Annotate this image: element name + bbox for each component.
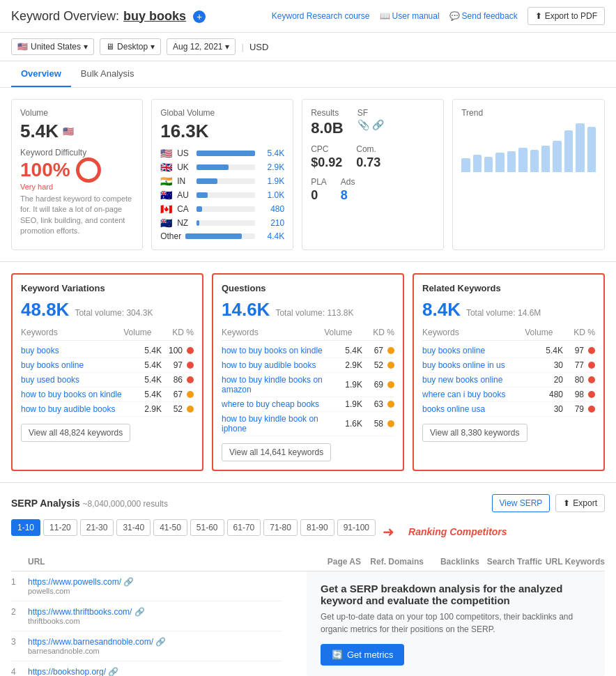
export-serp-button[interactable]: ⬆ Export: [555, 494, 605, 512]
serp-page-button[interactable]: 81-90: [300, 519, 334, 536]
country-code: NZ: [177, 218, 192, 228]
trend-bar: [541, 146, 550, 172]
sf-item: SF 📎 🔗: [357, 108, 384, 137]
q-count: 14.6K: [222, 299, 270, 321]
other-value: 4.4K: [259, 231, 284, 241]
serp-page-button[interactable]: 61-70: [227, 519, 261, 536]
serp-page-button[interactable]: 41-50: [153, 519, 187, 536]
table-row: buy books online in us 30 77: [422, 358, 595, 373]
device-filter[interactable]: 🖥 Desktop ▾: [100, 38, 161, 55]
export-pdf-button[interactable]: ⬆ Export to PDF: [528, 7, 605, 25]
kw-name[interactable]: how to buy books on kindle: [21, 390, 130, 399]
kw-name[interactable]: books online usa: [422, 404, 532, 414]
table-row: buy used books 5.4K 86: [21, 373, 194, 387]
serp-domain: powells.com: [28, 587, 282, 595]
global-volume-label: Global Volume: [160, 108, 284, 118]
kw-name[interactable]: how to buy kindle book on iphone: [222, 414, 331, 433]
kw-name[interactable]: how to buy books on kindle: [222, 346, 331, 355]
country-filter[interactable]: 🇺🇸 United States ▾: [11, 38, 94, 55]
country-code: US: [177, 148, 192, 158]
kw-volume: 30: [532, 404, 563, 414]
country-bar-container: [197, 220, 255, 226]
country-row: 🇨🇦 CA 480: [160, 203, 284, 215]
col-url: URL: [28, 557, 305, 567]
serp-url-link[interactable]: https://bookshop.org/ 🔗: [28, 667, 118, 676]
other-bar-container: [185, 233, 255, 239]
kw-volume: 5.4K: [130, 346, 162, 355]
kw-name[interactable]: buy books online: [422, 346, 532, 355]
q-view-all-button[interactable]: View all 14,641 keywords: [222, 443, 331, 461]
kw-name[interactable]: how to buy audible books: [21, 404, 130, 414]
country-list: 🇺🇸 US 5.4K 🇬🇧 UK 2.9K 🇮🇳 IN 1.9K 🇦🇺 AU 1…: [160, 148, 284, 229]
tab-overview[interactable]: Overview: [11, 61, 71, 87]
kd-dot: [187, 406, 194, 413]
serp-row-url: https://www.barnesandnoble.com/ 🔗 barnes…: [28, 637, 282, 655]
country-bar-container: [197, 192, 255, 198]
kw-name[interactable]: buy books: [21, 346, 130, 355]
serp-data-section: 1 https://www.powells.com/ 🔗 powells.com…: [11, 571, 605, 676]
table-row: buy books 5.4K 100: [21, 344, 194, 358]
serp-page-button[interactable]: 71-80: [263, 519, 298, 536]
country-flag: 🇬🇧: [160, 162, 173, 173]
kv-view-all-button[interactable]: View all 48,824 keywords: [21, 424, 130, 442]
serp-page-button[interactable]: 51-60: [190, 519, 224, 536]
trend-bar: [576, 123, 584, 172]
volume-kd-card: Volume 5.4K 🇺🇸 Keyword Difficulty 100% V…: [11, 99, 143, 250]
filter-divider: |: [241, 42, 243, 52]
kw-name[interactable]: where can i buy books: [422, 390, 532, 399]
kw-name[interactable]: how to buy audible books: [222, 360, 331, 370]
country-bar: [197, 192, 208, 198]
country-code: CA: [177, 204, 192, 214]
serp-url-link[interactable]: https://www.barnesandnoble.com/ 🔗: [28, 637, 166, 647]
table-row: buy books online 5.4K 97: [422, 344, 595, 358]
country-bar-container: [197, 151, 255, 156]
trend-bar: [473, 155, 482, 172]
serp-header: SERP Analysis ~8,040,000,000 results Vie…: [11, 494, 605, 512]
kd-dot: [387, 347, 394, 354]
serp-url-link[interactable]: https://www.thriftbooks.com/ 🔗: [28, 607, 145, 617]
country-value: 2.9K: [259, 162, 284, 172]
kd-dot: [387, 401, 394, 408]
country-row: 🇮🇳 IN 1.9K: [160, 176, 284, 187]
page-title-area: Keyword Overview: buy books +: [11, 9, 206, 24]
user-manual-link[interactable]: 📖 User manual: [380, 11, 440, 21]
country-flag: 🇳🇿: [160, 217, 173, 229]
serp-page-button[interactable]: 1-10: [11, 519, 40, 536]
cta-title: Get a SERP breakdown analysis for the an…: [321, 583, 591, 606]
kw-kd: 97: [162, 360, 183, 370]
get-metrics-button[interactable]: 🔄 Get metrics: [321, 644, 404, 666]
country-bar: [197, 164, 228, 170]
kw-name[interactable]: buy books online: [21, 360, 130, 370]
serp-row-url: https://www.thriftbooks.com/ 🔗 thriftboo…: [28, 607, 282, 625]
kw-name[interactable]: how to buy kindle books on amazon: [222, 375, 331, 394]
kw-name[interactable]: buy used books: [21, 375, 130, 385]
kw-name[interactable]: where to buy cheap books: [222, 399, 331, 409]
link-icon-2: 🔗: [372, 119, 384, 130]
col-st: Search Traffic: [479, 557, 542, 567]
send-feedback-link[interactable]: 💬 Send feedback: [449, 11, 518, 21]
serp-page-button[interactable]: 31-40: [116, 519, 151, 536]
kw-name[interactable]: buy books online in us: [422, 360, 532, 370]
kv-title: Keyword Variations: [21, 283, 194, 293]
keyword-research-course-link[interactable]: Keyword Research course: [272, 11, 370, 21]
serp-page-button[interactable]: 91-100: [337, 519, 376, 536]
rk-view-all-button[interactable]: View all 8,380 keywords: [422, 424, 528, 442]
country-bar: [197, 220, 199, 226]
view-serp-button[interactable]: View SERP: [492, 494, 550, 512]
serp-page-button[interactable]: 11-20: [43, 519, 77, 536]
volume-value: 5.4K: [20, 121, 59, 142]
serp-url-link[interactable]: https://www.powells.com/ 🔗: [28, 577, 134, 587]
trend-bar: [564, 130, 573, 172]
trend-label: Trend: [461, 108, 596, 118]
date-filter[interactable]: Aug 12, 2021 ▾: [167, 38, 236, 55]
com-value: 0.73: [356, 155, 380, 170]
tab-bulk-analysis[interactable]: Bulk Analysis: [71, 61, 144, 87]
kw-name[interactable]: buy new books online: [422, 375, 532, 385]
country-value: 480: [259, 204, 284, 214]
serp-page-button[interactable]: 21-30: [80, 519, 114, 536]
pagination-area: 1-1011-2021-3031-4041-5051-6061-7071-808…: [11, 519, 605, 544]
kd-dot: [387, 420, 394, 427]
country-flag: 🇺🇸: [160, 148, 173, 159]
serp-row-url: https://bookshop.org/ 🔗 bookshop.org: [28, 667, 282, 676]
add-keyword-button[interactable]: +: [193, 10, 206, 23]
